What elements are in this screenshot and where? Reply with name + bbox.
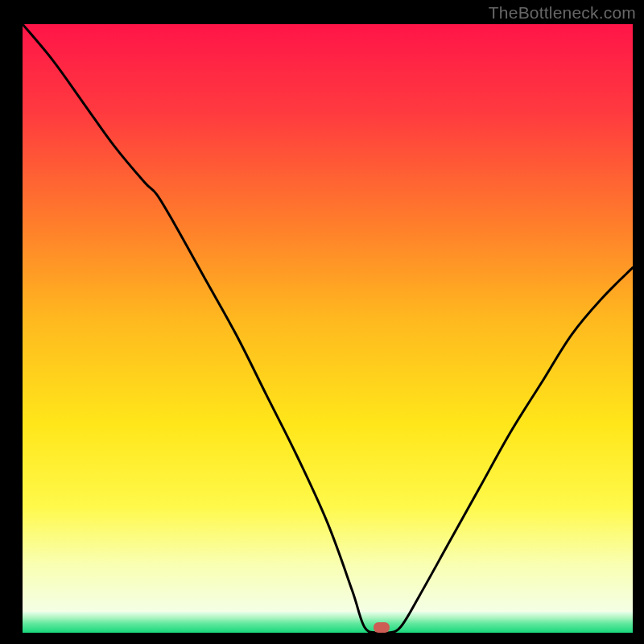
watermark-text: TheBottleneck.com — [489, 3, 636, 23]
stage: TheBottleneck.com — [0, 0, 644, 644]
plot-inner — [23, 24, 633, 633]
optimal-marker — [374, 622, 390, 633]
bottleneck-curve — [23, 24, 633, 633]
chart-plot-area — [23, 24, 633, 633]
